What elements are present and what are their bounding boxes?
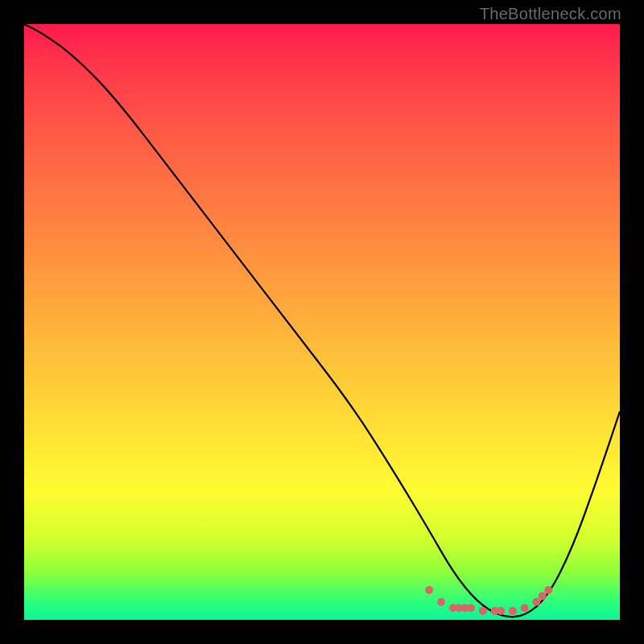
optimal-marker [425, 586, 433, 594]
optimal-marker [437, 598, 445, 606]
optimal-zone-markers [425, 586, 552, 615]
optimal-marker [521, 604, 529, 612]
watermark-text: TheBottleneck.com [480, 5, 621, 23]
optimal-marker [509, 607, 517, 615]
bottleneck-curve-path [24, 24, 620, 617]
optimal-marker [497, 607, 505, 615]
chart-stage: TheBottleneck.com [0, 0, 644, 644]
optimal-marker [467, 604, 475, 612]
optimal-marker [539, 592, 547, 600]
optimal-marker [532, 598, 540, 606]
curve-layer [24, 24, 620, 620]
optimal-marker [479, 607, 487, 615]
optimal-marker [544, 586, 552, 594]
plot-area [24, 24, 620, 620]
